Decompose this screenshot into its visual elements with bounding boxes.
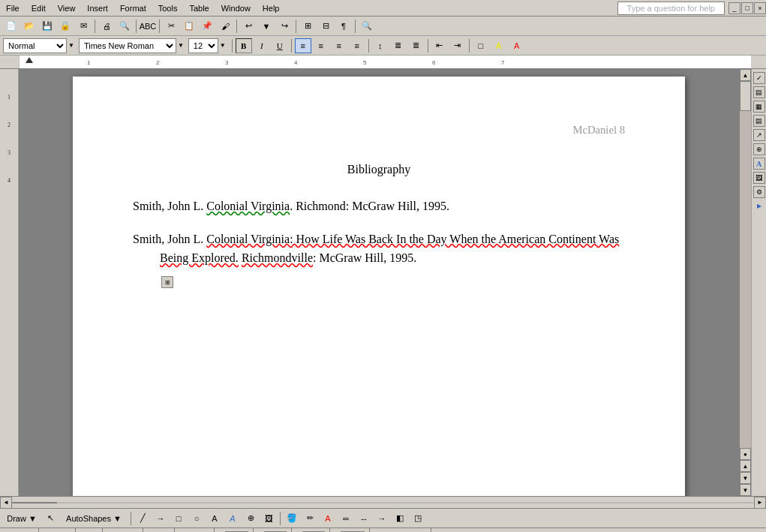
increase-indent-button[interactable]: ⇥ [449, 38, 466, 53]
panel-button-7[interactable]: A [753, 158, 765, 170]
ruler-num-1: 1 [8, 94, 11, 101]
email-button[interactable]: ✉ [75, 19, 92, 34]
underline-button[interactable]: U [272, 38, 288, 53]
shadow-button[interactable]: ◧ [392, 511, 408, 526]
menu-window[interactable]: Window [215, 2, 257, 14]
line-style-button[interactable]: ═ [338, 511, 354, 526]
rectangle-tool-button[interactable]: □ [170, 511, 187, 526]
dash-style-button[interactable]: -- [356, 511, 372, 526]
bold-button[interactable]: B [236, 38, 252, 53]
line-tool-button[interactable]: ╱ [134, 511, 151, 526]
panel-button-2[interactable]: ▤ [753, 86, 765, 98]
font-color-button[interactable]: A [509, 38, 525, 53]
oval-tool-button[interactable]: ○ [188, 511, 205, 526]
3d-button[interactable]: ◳ [410, 511, 426, 526]
drawing-toolbar: Draw ▼ ↖ AutoShapes ▼ ╱ → □ ○ A A ⊕ 🖼 🪣 … [0, 508, 766, 527]
panel-button-8[interactable]: 🖼 [753, 172, 765, 184]
menu-tools[interactable]: Tools [152, 2, 184, 14]
minimize-button[interactable]: _ [728, 2, 740, 14]
menu-help[interactable]: Help [257, 2, 286, 14]
redo-button[interactable]: ↪ [276, 19, 293, 34]
new-button[interactable]: 📄 [3, 19, 20, 34]
permission-button[interactable]: 🔒 [57, 19, 74, 34]
font-color-draw-button[interactable]: A [320, 511, 336, 526]
print-button[interactable]: 🖨 [98, 19, 115, 34]
arrow-tool-button[interactable]: → [152, 511, 169, 526]
autoshapes-button[interactable]: AutoShapes ▼ [60, 511, 128, 526]
paste-button[interactable]: 📌 [199, 19, 215, 34]
show-hide-button[interactable]: ¶ [335, 19, 352, 34]
select-browse-object-button[interactable]: ● [740, 448, 751, 460]
scroll-up-button[interactable]: ▲ [740, 69, 751, 81]
align-justify-button[interactable]: ≡ [349, 38, 365, 53]
format-painter-button[interactable]: 🖌 [217, 19, 233, 34]
status-bar: Page 1 Sec 1 1/1 At 1.9" Ln 6 Col 55 REC… [0, 527, 766, 532]
next-page-button[interactable]: ▼ [740, 472, 751, 484]
decrease-indent-button[interactable]: ⇤ [431, 38, 448, 53]
status-rec: REC [221, 528, 254, 532]
fill-color-button[interactable]: 🪣 [284, 511, 300, 526]
panel-button-4[interactable]: ▤ [753, 115, 765, 127]
line-color-button[interactable]: ✏ [302, 511, 318, 526]
scroll-left-button[interactable]: ◄ [0, 497, 12, 509]
menu-file[interactable]: File [0, 2, 26, 14]
prev-page-button[interactable]: ▲ [740, 460, 751, 472]
panel-button-3[interactable]: ▦ [753, 101, 765, 113]
menu-table[interactable]: Table [183, 2, 215, 14]
select-objects-button[interactable]: ↖ [42, 511, 59, 526]
zoom-button[interactable]: 🔍 [359, 19, 375, 34]
numbering-button[interactable]: ≣ [408, 38, 425, 53]
scroll-down-button[interactable]: ▼ [740, 484, 751, 496]
print-preview-button[interactable]: 🔍 [116, 19, 133, 34]
align-right-button[interactable]: ≡ [331, 38, 347, 53]
menu-insert[interactable]: Insert [81, 2, 114, 14]
entry-1-title: Colonial Virginia [206, 200, 290, 212]
highlight-button[interactable]: A [491, 38, 507, 53]
columns-button[interactable]: ⊟ [317, 19, 334, 34]
menu-format[interactable]: Format [114, 2, 152, 14]
bibliography-entry-2: Smith, John L. Colonial Virginia: How Li… [133, 230, 625, 290]
autocorrect-container: ⊞ [160, 271, 625, 290]
open-button[interactable]: 📂 [21, 19, 38, 34]
align-left-button[interactable]: ≡ [295, 38, 311, 53]
italic-button[interactable]: I [254, 38, 270, 53]
panel-accent[interactable]: ▶ [754, 200, 764, 211]
vertical-ruler: 1 2 3 4 [0, 69, 19, 496]
insert-table-button[interactable]: ⊞ [299, 19, 316, 34]
font-select[interactable]: Times New Roman [79, 38, 176, 53]
textbox-tool-button[interactable]: A [206, 511, 223, 526]
scroll-right-button[interactable]: ► [754, 497, 766, 509]
wordart-button[interactable]: A [224, 511, 241, 526]
close-button[interactable]: × [754, 2, 766, 14]
copy-button[interactable]: 📋 [181, 19, 197, 34]
style-select[interactable]: Normal [3, 38, 67, 53]
cut-button[interactable]: ✂ [163, 19, 179, 34]
restore-button[interactable]: □ [741, 2, 753, 14]
h-scrollbar-track[interactable] [12, 502, 754, 503]
scrollbar-thumb[interactable] [740, 81, 751, 111]
line-spacing-button[interactable]: ↕ [372, 38, 389, 53]
panel-button-5[interactable]: ↗ [753, 129, 765, 141]
undo-button[interactable]: ↩ [240, 19, 257, 34]
draw-menu-button[interactable]: Draw ▼ [3, 511, 41, 526]
spelling-button[interactable]: ABC [140, 19, 156, 34]
menu-view[interactable]: View [52, 2, 82, 14]
diagram-button[interactable]: ⊕ [242, 511, 259, 526]
panel-button-6[interactable]: ⊕ [753, 143, 765, 155]
bullets-button[interactable]: ≣ [390, 38, 407, 53]
autocorrect-icon[interactable]: ⊞ [161, 276, 173, 288]
font-size-select[interactable]: 12 [188, 38, 218, 53]
h-scrollbar-thumb[interactable] [12, 502, 57, 503]
scrollbar-track[interactable] [740, 81, 751, 448]
document-page: McDaniel 8 Bibliography Smith, John L. C… [73, 77, 685, 496]
panel-button-1[interactable]: ✓ [753, 72, 765, 84]
arrow-style-button[interactable]: → [374, 511, 390, 526]
size-dropdown-arrow: ▼ [220, 42, 226, 49]
save-button[interactable]: 💾 [39, 19, 56, 34]
align-center-button[interactable]: ≡ [313, 38, 329, 53]
menu-edit[interactable]: Edit [26, 2, 52, 14]
panel-button-9[interactable]: ⚙ [753, 186, 765, 198]
outside-border-button[interactable]: □ [473, 38, 489, 53]
clip-art-button[interactable]: 🖼 [260, 511, 277, 526]
undo-dropdown-button[interactable]: ▼ [258, 19, 275, 34]
